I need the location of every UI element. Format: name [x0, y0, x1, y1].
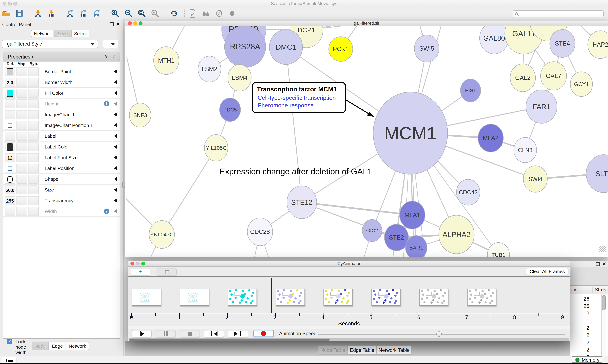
table-cell[interactable]: 2 — [572, 347, 589, 353]
style-options-button[interactable] — [103, 40, 118, 48]
stop-button[interactable] — [180, 330, 200, 338]
property-row-border-width[interactable]: 2.0Border Width — [3, 77, 120, 88]
property-cell[interactable] — [16, 110, 27, 119]
frame-thumbnail-5[interactable] — [323, 289, 353, 306]
maximize-button[interactable] — [141, 262, 145, 265]
window-close-button[interactable] — [2, 2, 6, 6]
property-cell[interactable] — [28, 99, 39, 108]
column-header[interactable]: ity — [569, 286, 593, 294]
table-scrollbar[interactable] — [601, 294, 606, 357]
property-cell[interactable] — [5, 99, 15, 108]
zoom-in-icon[interactable] — [111, 9, 120, 18]
text-annotation[interactable]: Expression change after deletion of GAL1 — [220, 167, 372, 176]
node-MFA1[interactable]: MFA1 — [400, 201, 425, 229]
frame-thumbnail-2[interactable] — [180, 289, 209, 306]
expand-property-icon[interactable] — [112, 134, 117, 138]
expand-property-icon[interactable] — [112, 102, 117, 106]
property-cell[interactable] — [28, 143, 39, 151]
tab-edge-table[interactable]: Edge Table — [348, 346, 376, 355]
table-cell[interactable]: 2 — [572, 339, 589, 346]
node-SLT2[interactable]: SLT2 — [586, 155, 608, 193]
minimize-button[interactable] — [136, 262, 140, 265]
property-cell[interactable] — [5, 89, 15, 98]
annotation-link-1[interactable]: Cell-type-specific transcription — [258, 95, 336, 101]
property-cell[interactable] — [5, 207, 15, 216]
memory-button[interactable]: Memory — [572, 356, 602, 363]
property-cell[interactable] — [28, 153, 39, 162]
network-canvas[interactable]: RPS28BDCP1RPS28ADMC1PCK1MTH1LSM2LSM4SNF3… — [125, 26, 608, 258]
property-cell[interactable] — [28, 175, 39, 183]
node-STE12[interactable]: STE12 — [287, 186, 317, 219]
property-row-image-chart-1[interactable]: Image/Chart 1 — [3, 109, 120, 120]
expand-property-icon[interactable] — [112, 198, 117, 203]
node-ALPHA2[interactable]: ALPHA2 — [439, 215, 474, 254]
property-cell[interactable] — [16, 143, 27, 151]
status-menu-button[interactable] — [2, 357, 16, 363]
import-table-icon[interactable] — [47, 9, 56, 18]
property-cell[interactable] — [5, 67, 15, 76]
property-row-size[interactable]: 50.0Size — [3, 184, 120, 195]
minimize-button[interactable] — [133, 21, 137, 25]
delete-frame-button[interactable] — [157, 268, 177, 275]
node-PDC5[interactable]: PDC5 — [220, 98, 240, 121]
pause-button[interactable] — [156, 330, 176, 338]
node-LSM4[interactable]: LSM4 — [228, 65, 251, 91]
node-LSM2[interactable]: LSM2 — [198, 56, 221, 82]
node-table[interactable]: ity Stres 26252122222 — [569, 286, 608, 357]
expand-property-icon[interactable] — [112, 69, 117, 74]
node-PIS1[interactable]: PIS1 — [460, 79, 481, 102]
expand-property-icon[interactable] — [112, 112, 117, 117]
collapse-all-icon[interactable]: » — [111, 55, 117, 58]
property-cell[interactable] — [28, 89, 39, 98]
node-GAL7[interactable]: GAL7 — [540, 62, 567, 90]
frame-thumbnail-1[interactable] — [132, 289, 161, 306]
tab-style[interactable]: Style — [54, 30, 71, 37]
property-cell[interactable] — [28, 78, 39, 87]
expand-property-icon[interactable] — [112, 156, 117, 159]
property-row-image-chart-position-1[interactable]: Image/Chart Position 1 — [3, 120, 120, 131]
skip-to-end-button[interactable] — [228, 330, 248, 338]
expand-property-icon[interactable] — [112, 80, 117, 84]
node-GCY1[interactable]: GCY1 — [570, 72, 593, 96]
tab-select[interactable]: Select — [71, 30, 89, 37]
property-cell[interactable] — [16, 185, 27, 194]
zoom-selected-icon[interactable] — [151, 9, 160, 18]
search-box[interactable] — [513, 11, 604, 17]
tab-node-table[interactable]: Node Table — [318, 346, 348, 355]
export-table-icon[interactable] — [79, 9, 88, 18]
close-button[interactable] — [130, 262, 134, 265]
property-cell[interactable] — [5, 110, 15, 119]
node-DMC1[interactable]: DMC1 — [269, 30, 303, 65]
table-cell[interactable]: 2 — [572, 332, 589, 338]
expand-property-icon[interactable] — [112, 91, 117, 95]
property-row-border-paint[interactable]: Border Paint — [3, 66, 120, 77]
property-row-label-color[interactable]: Label Color — [3, 142, 120, 152]
property-cell[interactable] — [16, 78, 27, 87]
scrollbar-thumb[interactable] — [602, 295, 606, 310]
clear-all-frames-button[interactable]: Clear All Frames — [526, 268, 568, 275]
property-cell[interactable] — [16, 67, 27, 76]
property-cell[interactable]: 255 — [5, 196, 15, 205]
info-icon[interactable]: i — [104, 208, 109, 214]
play-button[interactable] — [132, 330, 152, 338]
record-button[interactable] — [253, 330, 274, 337]
table-cell[interactable]: 26 — [572, 296, 589, 302]
node-PCK1[interactable]: PCK1 — [329, 37, 353, 61]
expand-property-icon[interactable] — [112, 188, 117, 192]
property-cell[interactable] — [5, 143, 15, 151]
node-CLN3[interactable]: CLN3 — [514, 137, 537, 163]
node-CDC42[interactable]: CDC42 — [456, 179, 480, 205]
lock-checkbox[interactable]: ✓ — [7, 339, 12, 344]
window-minimize-button[interactable] — [8, 2, 12, 6]
tab-node[interactable]: Node — [32, 341, 49, 351]
expand-property-icon[interactable] — [112, 177, 117, 181]
zoom-fit-icon[interactable] — [138, 9, 146, 18]
expand-property-icon[interactable] — [112, 123, 117, 127]
property-row-label-font-size[interactable]: 12Label Font Size — [3, 152, 120, 163]
node-CDC28[interactable]: CDC28 — [247, 218, 273, 246]
scrollbar-thumb[interactable] — [129, 338, 330, 341]
hide-details-icon[interactable] — [215, 9, 223, 18]
node-GAL2[interactable]: GAL2 — [510, 64, 536, 92]
frame-thumbnail-3[interactable] — [228, 289, 257, 306]
expand-all-icon[interactable]: » — [104, 55, 110, 58]
